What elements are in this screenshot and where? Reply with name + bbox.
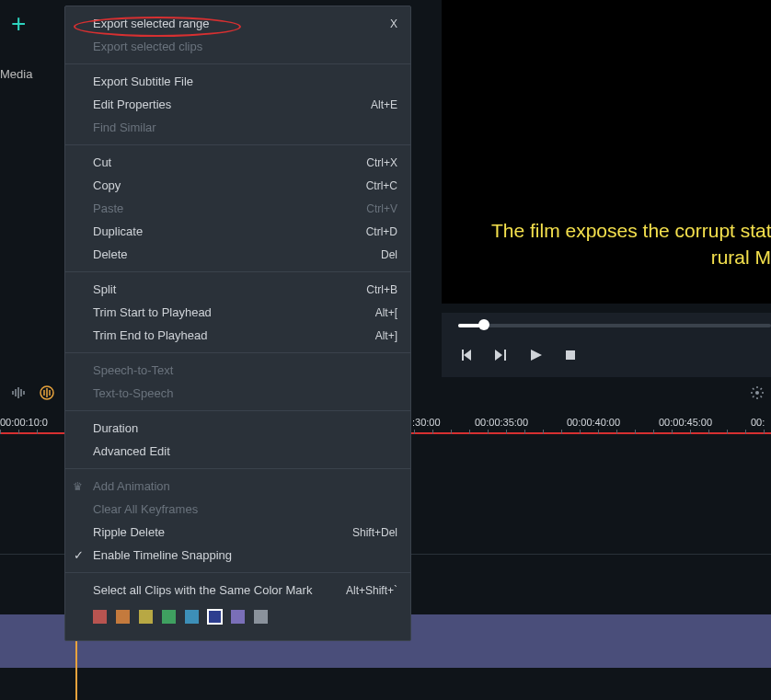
menu-item-label: Split	[93, 282, 366, 296]
color-mark-5[interactable]	[208, 610, 222, 624]
stop-button[interactable]	[563, 348, 578, 362]
color-mark-1[interactable]	[116, 610, 130, 624]
menu-item-paste: PasteCtrl+V	[65, 197, 410, 220]
menu-item-label: Duplicate	[93, 224, 366, 238]
svg-rect-0	[566, 350, 575, 360]
progress-track[interactable]	[458, 324, 771, 327]
menu-item-advanced-edit[interactable]: Advanced Edit	[65, 440, 410, 463]
settings-icon[interactable]	[749, 384, 765, 401]
audio-icon[interactable]	[39, 384, 55, 401]
menu-item-copy[interactable]: CopyCtrl+C	[65, 174, 410, 197]
menu-item-label: Ripple Delete	[93, 525, 352, 539]
menu-item-label: Text-to-Speech	[93, 386, 397, 400]
menu-item-find-similar: Find Similar	[65, 116, 410, 139]
color-mark-2[interactable]	[139, 610, 153, 624]
waveform-icon[interactable]	[11, 384, 28, 401]
menu-item-shortcut: X	[390, 17, 397, 30]
color-mark-0[interactable]	[93, 610, 107, 624]
menu-item-edit-properties[interactable]: Edit PropertiesAlt+E	[65, 93, 410, 116]
menu-item-shortcut: Del	[381, 248, 397, 261]
menu-item-ripple-delete[interactable]: Ripple DeleteShift+Del	[65, 521, 410, 544]
menu-item-delete[interactable]: DeleteDel	[65, 243, 410, 266]
menu-item-speech-to-text: Speech-to-Text	[65, 359, 410, 382]
menu-item-clear-all-keyframes: Clear All Keyframes	[65, 498, 410, 521]
context-menu: Export selected rangeXExport selected cl…	[64, 6, 411, 641]
plus-icon: +	[11, 9, 26, 39]
media-label: Media	[0, 67, 32, 81]
menu-item-shortcut: Alt+Shift+`	[346, 584, 397, 597]
menu-item-label: Duration	[93, 421, 397, 435]
menu-item-label: Add Animation	[93, 479, 397, 493]
menu-item-split[interactable]: SplitCtrl+B	[65, 278, 410, 301]
menu-item-label: Export Subtitle File	[93, 75, 397, 88]
menu-item-label: Speech-to-Text	[93, 363, 397, 377]
ruler-label: 00:00:35:00	[475, 417, 528, 428]
menu-item-add-animation: ♛Add Animation	[65, 475, 410, 498]
color-marks-row	[65, 602, 410, 635]
menu-item-label: Delete	[93, 247, 381, 261]
menu-item-label: Trim Start to Playhead	[93, 305, 375, 319]
menu-item-label: Export selected clips	[93, 40, 397, 53]
menu-item-label: Edit Properties	[93, 98, 371, 111]
menu-item-shortcut: Ctrl+X	[366, 156, 397, 169]
menu-item-label: Find Similar	[93, 120, 397, 134]
menu-item-shortcut: Ctrl+D	[366, 225, 397, 238]
menu-item-select-all-clips-with-the-same-color-mark[interactable]: Select all Clips with the Same Color Mar…	[65, 579, 410, 602]
menu-item-shortcut: Alt+]	[375, 329, 397, 342]
menu-item-duration[interactable]: Duration	[65, 417, 410, 440]
menu-item-shortcut: Alt+E	[371, 98, 397, 111]
menu-item-label: Export selected range	[93, 17, 390, 30]
menu-item-export-selected-range[interactable]: Export selected rangeX	[65, 12, 410, 35]
next-frame-button[interactable]	[493, 348, 508, 362]
menu-item-trim-end-to-playhead[interactable]: Trim End to PlayheadAlt+]	[65, 324, 410, 347]
prev-frame-button[interactable]	[458, 348, 473, 362]
menu-item-label: Advanced Edit	[93, 444, 397, 458]
ruler-label: :30:00	[412, 417, 441, 428]
color-mark-6[interactable]	[231, 610, 245, 624]
ruler-label: 00:00:10:0	[0, 417, 48, 428]
menu-item-duplicate[interactable]: DuplicateCtrl+D	[65, 220, 410, 243]
menu-item-export-subtitle-file[interactable]: Export Subtitle File	[65, 70, 410, 93]
menu-item-label: Copy	[93, 178, 366, 192]
menu-item-shortcut: Shift+Del	[352, 526, 397, 539]
menu-item-trim-start-to-playhead[interactable]: Trim Start to PlayheadAlt+[	[65, 301, 410, 324]
menu-item-export-selected-clips: Export selected clips	[65, 35, 410, 58]
menu-item-label: Cut	[93, 155, 366, 169]
crown-icon: ♛	[73, 480, 83, 493]
add-media-area[interactable]: +	[11, 9, 26, 39]
menu-item-label: Enable Timeline Snapping	[93, 548, 397, 562]
color-mark-7[interactable]	[254, 610, 268, 624]
menu-item-shortcut: Ctrl+V	[366, 202, 397, 215]
subtitle-text: The film exposes the corrupt stat rural …	[491, 218, 771, 270]
check-icon: ✓	[74, 548, 84, 562]
subtitle-line-1: The film exposes the corrupt stat	[491, 218, 771, 244]
menu-item-label: Select all Clips with the Same Color Mar…	[93, 583, 346, 597]
play-button[interactable]	[528, 348, 543, 362]
menu-item-label: Paste	[93, 201, 366, 215]
menu-item-label: Trim End to Playhead	[93, 328, 375, 342]
menu-item-shortcut: Ctrl+B	[366, 283, 397, 296]
color-mark-4[interactable]	[185, 610, 199, 624]
menu-item-shortcut: Ctrl+C	[366, 179, 397, 192]
menu-item-cut[interactable]: CutCtrl+X	[65, 151, 410, 174]
menu-item-shortcut: Alt+[	[375, 306, 397, 319]
svg-point-2	[755, 391, 759, 395]
ruler-label: 00:	[751, 417, 765, 428]
menu-item-label: Clear All Keyframes	[93, 502, 397, 516]
playback-controls	[442, 313, 771, 377]
ruler-label: 00:00:40:00	[567, 417, 620, 428]
menu-item-enable-timeline-snapping[interactable]: ✓Enable Timeline Snapping	[65, 544, 410, 567]
color-mark-3[interactable]	[162, 610, 176, 624]
progress-thumb[interactable]	[478, 319, 489, 330]
ruler-label: 00:00:45:00	[659, 417, 712, 428]
video-preview: The film exposes the corrupt stat rural …	[442, 0, 771, 304]
menu-item-text-to-speech: Text-to-Speech	[65, 382, 410, 405]
subtitle-line-2: rural M	[491, 245, 771, 270]
